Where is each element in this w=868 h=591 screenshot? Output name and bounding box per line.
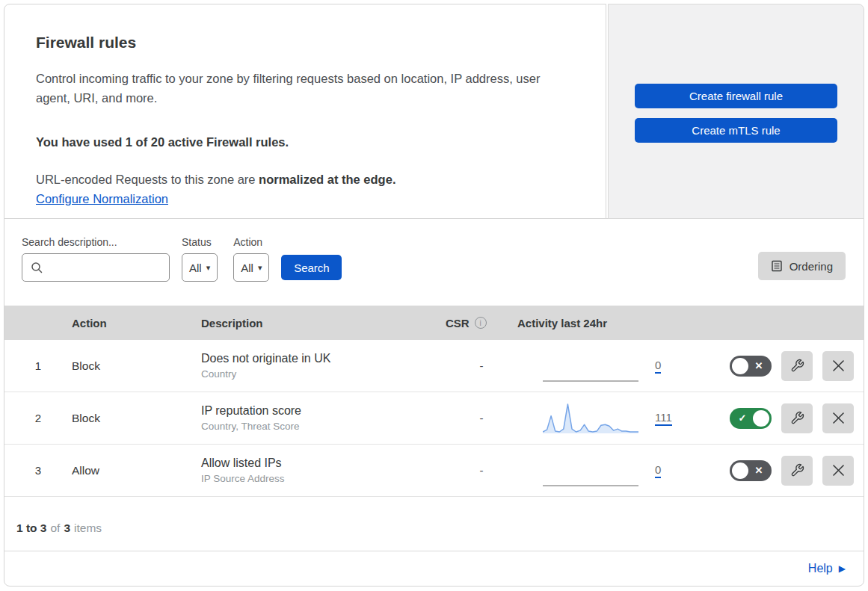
chevron-down-icon: ▾ bbox=[258, 263, 262, 273]
rule-priority: 1 bbox=[4, 359, 72, 372]
status-filter-group: Status All ▾ bbox=[182, 236, 218, 282]
normalization-note: URL-encoded Requests to this zone are no… bbox=[36, 173, 574, 187]
table-row: 1 Block Does not originate in UK Country… bbox=[4, 340, 864, 392]
wrench-icon bbox=[790, 411, 804, 425]
activity-sparkline bbox=[543, 454, 638, 488]
delete-rule-button[interactable] bbox=[822, 456, 854, 486]
column-description: Description bbox=[201, 317, 446, 329]
rule-csr: - bbox=[446, 412, 517, 424]
rule-description: IP reputation score bbox=[201, 404, 446, 418]
rule-priority: 2 bbox=[4, 412, 72, 424]
normalization-text: URL-encoded Requests to this zone are bbox=[36, 173, 259, 186]
action-filter-group: Action All ▾ bbox=[233, 236, 269, 282]
column-action: Action bbox=[72, 317, 201, 329]
configure-normalization-link[interactable]: Configure Normalization bbox=[36, 192, 168, 206]
intro-card: Firewall rules Control incoming traffic … bbox=[4, 4, 606, 219]
toggle-knob bbox=[732, 358, 748, 374]
wrench-icon bbox=[790, 359, 804, 373]
ordering-list-icon bbox=[771, 260, 783, 272]
status-label: Status bbox=[182, 236, 218, 248]
toggle-state-icon: ✕ bbox=[748, 361, 769, 371]
pager-of: of bbox=[50, 522, 60, 535]
rule-description-cell: Does not originate in UK Country bbox=[201, 352, 446, 380]
create-mtls-rule-button[interactable]: Create mTLS rule bbox=[635, 118, 837, 143]
info-icon[interactable]: i bbox=[475, 317, 487, 329]
activity-sparkline bbox=[543, 401, 638, 436]
rule-controls: ✕ bbox=[707, 351, 864, 381]
delete-rule-button[interactable] bbox=[822, 351, 854, 381]
close-icon bbox=[832, 464, 845, 477]
action-dropdown-value: All bbox=[241, 262, 253, 274]
column-csr-label: CSR bbox=[446, 317, 470, 329]
help-link-label: Help bbox=[808, 562, 833, 575]
wrench-icon bbox=[790, 463, 804, 477]
toggle-state-icon: ✓ bbox=[732, 413, 753, 423]
toggle-knob bbox=[753, 410, 769, 427]
normalization-bold: normalized at the edge. bbox=[259, 173, 395, 186]
rule-activity-cell: 0 bbox=[517, 454, 707, 488]
delete-rule-button[interactable] bbox=[822, 403, 854, 433]
rule-activity-cell: 111 bbox=[517, 401, 707, 436]
rule-action: Block bbox=[72, 359, 201, 373]
filter-bar: Search description... Status All ▾ Actio… bbox=[4, 219, 864, 306]
rule-fields: IP Source Address bbox=[201, 473, 446, 484]
toggle-state-icon: ✕ bbox=[748, 465, 769, 475]
usage-summary: You have used 1 of 20 active Firewall ru… bbox=[36, 135, 574, 149]
rule-action: Block bbox=[72, 412, 201, 425]
pager-range: 1 to 3 bbox=[16, 522, 46, 535]
rule-description-cell: Allow listed IPs IP Source Address bbox=[201, 457, 446, 484]
column-csr: CSR i bbox=[446, 317, 517, 329]
rule-action: Allow bbox=[72, 464, 201, 477]
search-group: Search description... bbox=[22, 236, 170, 282]
activity-count-link[interactable]: 0 bbox=[655, 463, 661, 478]
rule-csr: - bbox=[446, 359, 517, 372]
close-icon bbox=[832, 359, 845, 372]
ordering-button[interactable]: Ordering bbox=[758, 252, 846, 280]
page-description: Control incoming traffic to your zone by… bbox=[36, 69, 568, 108]
toggle-knob bbox=[732, 462, 748, 479]
pager-items: items bbox=[74, 522, 102, 535]
rule-csr: - bbox=[446, 464, 517, 477]
activity-sparkline bbox=[543, 349, 638, 383]
arrow-right-icon: ▶ bbox=[839, 563, 846, 574]
page-title: Firewall rules bbox=[36, 34, 574, 52]
top-section: Firewall rules Control incoming traffic … bbox=[4, 4, 864, 219]
action-dropdown[interactable]: All ▾ bbox=[233, 253, 269, 282]
close-icon bbox=[832, 412, 845, 424]
status-dropdown[interactable]: All ▾ bbox=[182, 253, 218, 282]
rules-card: Search description... Status All ▾ Actio… bbox=[4, 218, 864, 587]
search-button[interactable]: Search bbox=[281, 255, 342, 280]
pagination-summary: 1 to 3 of 3 items bbox=[4, 497, 864, 551]
firewall-rules-page: Firewall rules Control incoming traffic … bbox=[0, 0, 868, 591]
action-label: Action bbox=[233, 236, 269, 248]
edit-rule-button[interactable] bbox=[781, 456, 813, 486]
actions-panel: Create firewall rule Create mTLS rule bbox=[608, 4, 864, 219]
table-row: 3 Allow Allow listed IPs IP Source Addre… bbox=[4, 445, 864, 497]
rule-fields: Country, Threat Score bbox=[201, 421, 446, 432]
rule-controls: ✓ bbox=[707, 403, 864, 433]
create-firewall-rule-button[interactable]: Create firewall rule bbox=[635, 84, 837, 108]
table-header: Action Description CSR i Activity last 2… bbox=[4, 306, 864, 340]
edit-rule-button[interactable] bbox=[781, 403, 813, 433]
table-row: 2 Block IP reputation score Country, Thr… bbox=[4, 392, 864, 445]
rule-description: Allow listed IPs bbox=[201, 457, 446, 470]
search-icon bbox=[31, 262, 43, 273]
enable-toggle[interactable]: ✓ bbox=[730, 408, 772, 429]
column-activity: Activity last 24hr bbox=[517, 317, 707, 329]
status-dropdown-value: All bbox=[189, 262, 202, 274]
enable-toggle[interactable]: ✕ bbox=[730, 460, 772, 481]
search-box[interactable] bbox=[22, 253, 170, 282]
rule-controls: ✕ bbox=[707, 456, 864, 486]
activity-count-link[interactable]: 0 bbox=[655, 359, 661, 374]
rule-description: Does not originate in UK bbox=[201, 352, 446, 365]
table-body: 1 Block Does not originate in UK Country… bbox=[4, 340, 864, 497]
search-input[interactable] bbox=[48, 262, 161, 274]
rule-activity-cell: 0 bbox=[517, 349, 707, 383]
rule-fields: Country bbox=[201, 368, 446, 380]
help-link[interactable]: Help ▶ bbox=[808, 562, 846, 575]
enable-toggle[interactable]: ✕ bbox=[730, 356, 772, 377]
search-label: Search description... bbox=[22, 236, 170, 248]
edit-rule-button[interactable] bbox=[781, 351, 813, 381]
rule-priority: 3 bbox=[4, 464, 72, 477]
activity-count-link[interactable]: 111 bbox=[655, 411, 672, 426]
